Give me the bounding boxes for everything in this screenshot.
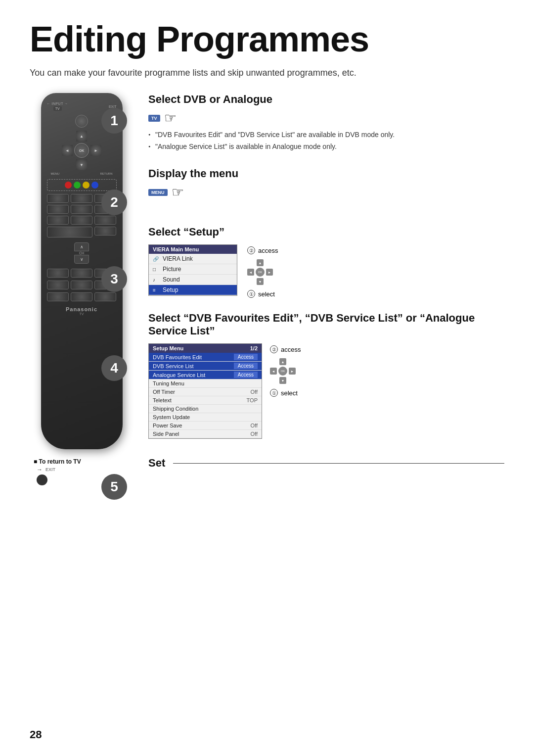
- setup-icon: ≡: [153, 287, 160, 293]
- btn-9[interactable]: [94, 216, 116, 225]
- left-arrow-icon: ◄: [65, 148, 69, 153]
- exit-button[interactable]: [37, 474, 47, 485]
- dpad[interactable]: ▲ ▼ ◄ ► OK: [62, 131, 101, 170]
- mini-right-btn: ►: [266, 269, 273, 276]
- dpad-left-btn[interactable]: ◄: [62, 145, 73, 156]
- mini-ok-btn-4: OK: [278, 367, 287, 376]
- btn-wide[interactable]: [47, 227, 93, 237]
- up-arrow-icon: ▲: [80, 134, 84, 139]
- mini-ok-label-4: OK: [281, 370, 285, 373]
- power-button[interactable]: [75, 115, 88, 128]
- btn-8[interactable]: [71, 216, 92, 225]
- sound-icon: ♪: [153, 277, 160, 283]
- set-line: Set: [148, 457, 504, 470]
- setup-row-system-update: System Update: [149, 413, 262, 422]
- setup-menu-header: Setup Menu 1/2: [149, 344, 262, 353]
- dpad-down-btn[interactable]: ▼: [76, 159, 87, 170]
- mini-right-arrow-4: ►: [291, 370, 294, 373]
- btn-0[interactable]: [94, 227, 116, 236]
- btn-b8[interactable]: [71, 292, 92, 301]
- mini-ok-btn: OK: [256, 268, 265, 277]
- btn-b2[interactable]: [71, 269, 92, 278]
- btn-7[interactable]: [47, 216, 69, 225]
- mini-down-btn-4: ▼: [279, 377, 286, 384]
- menu-header: VIERA Main Menu: [149, 245, 237, 254]
- step-1-tv-badge: TV: [148, 115, 160, 122]
- step-5-title: Set: [148, 457, 165, 470]
- step-4-access-label: access: [281, 346, 301, 353]
- link-icon: 🔗: [153, 256, 160, 262]
- button-grid-row4: [47, 227, 117, 237]
- page-number: 28: [30, 728, 42, 741]
- input-label: ← INPUT →: [47, 102, 68, 105]
- btn-1[interactable]: [47, 194, 69, 203]
- step-4: Select “DVB Favourites Edit”, “DVB Servi…: [148, 312, 504, 439]
- btn-2[interactable]: [71, 194, 92, 203]
- setup-menu-ui: Setup Menu 1/2 DVB Favourites Edit Acces…: [148, 343, 262, 439]
- mini-right-arrow: ►: [268, 271, 271, 274]
- menu-sound: ♪ Sound: [149, 275, 237, 285]
- btn-b1[interactable]: [47, 269, 69, 278]
- channel-controls: ∧ CH ∨: [47, 242, 117, 264]
- step-number-1: 1: [101, 108, 127, 134]
- setup-row-power-save: Power Save Off: [149, 422, 262, 430]
- yellow-button[interactable]: [83, 182, 89, 189]
- circle-num-1: ①: [247, 290, 255, 298]
- return-to-tv: ■ To return to TV: [34, 456, 134, 465]
- circle-num-4-1: ①: [270, 389, 278, 397]
- step-number-5: 5: [101, 474, 127, 500]
- step-1-bullets: "DVB Favourites Edit" and "DVB Service L…: [148, 130, 504, 151]
- setup-row-shipping: Shipping Condition: [149, 405, 262, 413]
- step-number-2: 2: [101, 189, 127, 215]
- brand-logo: Panasonic TV: [47, 306, 117, 316]
- blue-button[interactable]: [91, 182, 98, 189]
- ch-down-arrow: ∨: [80, 257, 84, 262]
- btn-b4[interactable]: [47, 281, 69, 289]
- dpad-ok-btn[interactable]: OK: [74, 143, 89, 158]
- access-badge-2: Access: [234, 363, 258, 369]
- mini-left-btn-4: ◄: [270, 368, 277, 375]
- btn-b9[interactable]: [94, 292, 116, 301]
- menu-picture: □ Picture: [149, 264, 237, 275]
- access-badge-3: Access: [234, 372, 258, 378]
- page-subtitle: You can make your favourite programme li…: [30, 68, 504, 78]
- mini-right-btn-4: ►: [289, 368, 296, 375]
- mini-left-btn: ◄: [247, 269, 254, 276]
- step-number-3: 3: [101, 266, 127, 292]
- return-label: RETURN: [100, 172, 113, 175]
- remote-tv-bottom-label: TV: [47, 312, 117, 316]
- dpad-right-btn[interactable]: ►: [90, 145, 101, 156]
- step-1-bullet-2: "Analogue Service List" is available in …: [148, 142, 504, 152]
- step-1-bullet-1: "DVB Favourites Edit" and "DVB Service L…: [148, 130, 504, 140]
- mini-left-arrow-4: ◄: [272, 370, 275, 373]
- mini-left-arrow: ◄: [249, 271, 253, 274]
- btn-5[interactable]: [71, 205, 92, 214]
- btn-b7[interactable]: [47, 292, 69, 301]
- down-arrow-icon: ▼: [80, 163, 84, 167]
- menu-label: MENU: [51, 172, 60, 175]
- green-button[interactable]: [74, 182, 81, 189]
- btn-b5[interactable]: [71, 281, 92, 289]
- button-grid-row3: [47, 216, 117, 225]
- circle-num-2: ②: [247, 246, 255, 254]
- tv-label: TV: [53, 106, 62, 111]
- color-buttons-row: [47, 179, 117, 191]
- picture-icon: □: [153, 267, 160, 272]
- setup-row-off-timer: Off Timer Off: [149, 388, 262, 396]
- ch-down-btn[interactable]: ∨: [74, 255, 89, 264]
- ch-up-arrow: ∧: [80, 244, 84, 249]
- mini-up-arrow-4: ▲: [281, 360, 285, 364]
- ch-up-btn[interactable]: ∧: [74, 242, 89, 251]
- step-3-nav: ② access ▲ ▼: [247, 246, 278, 298]
- step-3: Select “Setup” VIERA Main Menu 🔗 VIERA L…: [148, 226, 504, 298]
- exit-text: EXIT: [45, 467, 55, 472]
- red-button[interactable]: [65, 182, 72, 189]
- mini-up-btn: ▲: [257, 259, 264, 266]
- dpad-up-btn[interactable]: ▲: [76, 131, 87, 142]
- return-tv-label: ■ To return to TV: [34, 458, 81, 465]
- btn-4[interactable]: [47, 205, 69, 214]
- step-3-title: Select “Setup”: [148, 226, 504, 238]
- circle-num-4-2: ②: [270, 345, 278, 353]
- setup-row-side-panel: Side Panel Off: [149, 430, 262, 438]
- step-3-select-label: select: [258, 290, 275, 298]
